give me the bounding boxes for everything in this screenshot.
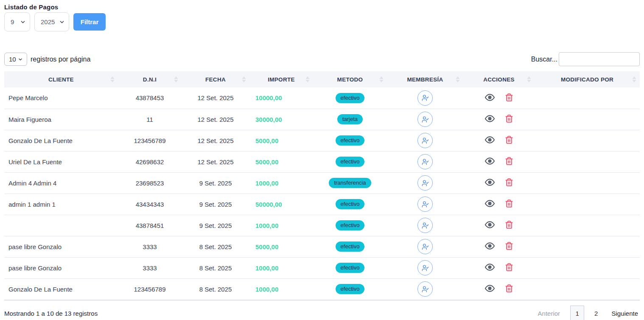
- column-header-dni[interactable]: D.N.I: [118, 71, 182, 87]
- delete-button[interactable]: [505, 220, 513, 229]
- cell-importe: 1000,00: [249, 257, 313, 278]
- delete-button[interactable]: [505, 199, 513, 208]
- table-row: Gonzalo De La Fuente 123456789 12 Set. 2…: [4, 130, 640, 151]
- cell-modificado-por: [535, 109, 640, 130]
- delete-button[interactable]: [505, 135, 513, 144]
- view-button[interactable]: [485, 93, 495, 102]
- trash-icon: [505, 220, 513, 229]
- membership-button[interactable]: [417, 90, 433, 106]
- column-header-acciones[interactable]: ACCIONES: [463, 71, 535, 87]
- records-info: Mostrando 1 a 10 de 13 registros: [4, 310, 98, 317]
- user-check-icon: [422, 116, 429, 123]
- delete-button[interactable]: [505, 157, 513, 166]
- delete-button[interactable]: [505, 114, 513, 123]
- cell-dni: 123456789: [118, 130, 182, 151]
- view-button[interactable]: [485, 220, 495, 230]
- payment-method-badge: efectivo: [336, 241, 365, 252]
- table-footer: Mostrando 1 a 10 de 13 registros Anterio…: [4, 300, 640, 320]
- user-check-icon: [422, 286, 429, 293]
- cell-modificado-por: [535, 87, 640, 109]
- delete-button[interactable]: [505, 178, 513, 187]
- table-row: pase libre Gonzalo 3333 8 Set. 2025 1000…: [4, 257, 640, 278]
- cell-metodo: efectivo: [313, 194, 387, 215]
- cell-importe: 1000,00: [249, 172, 313, 194]
- column-header-importe[interactable]: IMPORTE: [249, 71, 313, 87]
- cell-membresia: [387, 109, 463, 130]
- cell-dni: 123456789: [118, 278, 182, 300]
- column-header-modificado-por[interactable]: MODIFICADO POR: [535, 71, 640, 87]
- cell-membresia: [387, 130, 463, 151]
- cell-fecha: 9 Set. 2025: [182, 215, 249, 236]
- membership-button[interactable]: [417, 239, 433, 254]
- view-button[interactable]: [485, 114, 495, 124]
- pagination: Anterior 1 2 Siguiente: [538, 306, 640, 320]
- cell-fecha: 8 Set. 2025: [182, 257, 249, 278]
- pagination-next[interactable]: Siguiente: [611, 310, 638, 317]
- pagination-page-1[interactable]: 1: [570, 306, 584, 320]
- cell-dni: 43434343: [118, 194, 182, 215]
- membership-button[interactable]: [417, 281, 433, 297]
- cell-acciones: [463, 130, 535, 151]
- cell-cliente: [4, 215, 118, 236]
- cell-dni: 3333: [118, 257, 182, 278]
- cell-importe: 5000,00: [249, 130, 313, 151]
- cell-fecha: 9 Set. 2025: [182, 194, 249, 215]
- view-button[interactable]: [485, 284, 495, 293]
- trash-icon: [505, 241, 513, 250]
- cell-dni: 43878453: [118, 87, 182, 109]
- column-header-membresia[interactable]: MEMBRESÍA: [387, 71, 463, 87]
- view-button[interactable]: [485, 156, 495, 166]
- page-size-select-control[interactable]: 10: [5, 53, 27, 65]
- year-select[interactable]: 2025: [34, 12, 69, 31]
- cell-membresia: [387, 151, 463, 172]
- membership-button[interactable]: [417, 218, 433, 233]
- month-select-control[interactable]: 9: [5, 13, 30, 31]
- cell-acciones: [463, 215, 535, 236]
- membership-button[interactable]: [417, 260, 433, 275]
- pagination-page-2[interactable]: 2: [594, 310, 598, 317]
- month-select[interactable]: 9: [4, 12, 30, 31]
- cell-cliente: Pepe Marcelo: [4, 87, 118, 109]
- view-button[interactable]: [485, 135, 495, 145]
- membership-button[interactable]: [417, 175, 433, 191]
- page-size-select[interactable]: 10: [4, 53, 27, 66]
- cell-metodo: transferencia: [313, 172, 387, 194]
- user-check-icon: [422, 137, 429, 144]
- column-header-fecha[interactable]: FECHA: [182, 71, 249, 87]
- search-input[interactable]: [559, 52, 640, 66]
- eye-icon: [485, 114, 495, 124]
- eye-icon: [485, 177, 495, 187]
- cell-cliente: Admin 4 Admin 4: [4, 172, 118, 194]
- user-check-icon: [422, 201, 429, 208]
- membership-button[interactable]: [417, 196, 433, 212]
- delete-button[interactable]: [505, 263, 513, 272]
- sort-icon: [379, 76, 384, 82]
- membership-button[interactable]: [417, 133, 433, 148]
- view-button[interactable]: [485, 262, 495, 272]
- search-zone: Buscar...: [531, 52, 640, 66]
- cell-acciones: [463, 257, 535, 278]
- cell-fecha: 8 Set. 2025: [182, 278, 249, 300]
- view-button[interactable]: [485, 241, 495, 251]
- column-header-cliente[interactable]: CLIENTE: [4, 71, 118, 87]
- membership-button[interactable]: [417, 154, 433, 169]
- pagination-previous[interactable]: Anterior: [538, 310, 560, 317]
- view-button[interactable]: [485, 177, 495, 187]
- table-row: Admin 4 Admin 4 23698523 9 Set. 2025 100…: [4, 172, 640, 194]
- delete-button[interactable]: [505, 241, 513, 250]
- eye-icon: [485, 220, 495, 230]
- view-button[interactable]: [485, 199, 495, 208]
- delete-button[interactable]: [505, 284, 513, 293]
- column-header-metodo[interactable]: METODO: [313, 71, 387, 87]
- cell-membresia: [387, 87, 463, 109]
- payment-method-badge: efectivo: [336, 157, 365, 167]
- membership-button[interactable]: [417, 112, 433, 127]
- user-check-icon: [422, 243, 429, 250]
- payment-method-badge: efectivo: [336, 135, 365, 146]
- filter-button[interactable]: Filtrar: [73, 13, 106, 31]
- sort-icon: [110, 76, 115, 82]
- year-select-control[interactable]: 2025: [35, 13, 69, 31]
- payment-method-badge: transferencia: [329, 178, 371, 188]
- delete-button[interactable]: [505, 93, 513, 102]
- sort-icon: [305, 76, 310, 82]
